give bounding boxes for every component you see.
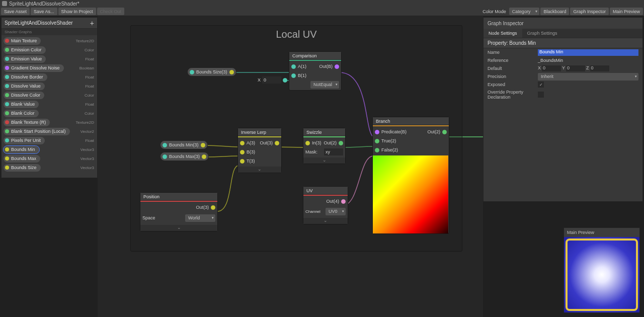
toolbar: Save Asset Save As... Show In Project Ch…: [0, 7, 644, 16]
property-item[interactable]: Bounds MinVector3: [3, 145, 96, 154]
collapse-toggle[interactable]: ⌄: [140, 225, 217, 231]
chip-bounds-min[interactable]: Bounds Min(3): [160, 140, 208, 149]
port-in[interactable]: [163, 154, 167, 159]
node-title: Inverse Lerp: [238, 128, 281, 136]
node-title: Comparison: [289, 52, 341, 60]
save-asset-button[interactable]: Save Asset: [1, 8, 30, 15]
comparison-mode-dropdown[interactable]: NotEqual: [310, 81, 339, 89]
title-bar: SpriteLightAndDissolveShader*: [0, 0, 644, 7]
main-preview-title: Main Preview: [564, 228, 639, 237]
blackboard-panel: SpriteLightAndDissolveShader + Shader Gr…: [1, 17, 98, 178]
inspector-title: Graph Inspector: [484, 18, 642, 29]
property-item[interactable]: Emission ValueFloat: [3, 54, 96, 63]
port-out[interactable]: [229, 70, 234, 74]
blackboard-subtitle: Shader Graphs: [2, 29, 97, 35]
check-out-button: Check Out: [97, 8, 125, 15]
property-item[interactable]: Gradient Dissolve NoiseBoolean: [3, 63, 96, 72]
port-a[interactable]: [291, 64, 296, 69]
node-title: Position: [140, 193, 217, 201]
port-out[interactable]: [335, 64, 339, 69]
port-b[interactable]: [291, 73, 296, 78]
node-title: Swizzle: [303, 128, 345, 136]
blackboard-title: SpriteLightAndDissolveShader: [5, 20, 90, 26]
channel-dropdown[interactable]: UV0: [326, 208, 346, 215]
inspector-section: Property: Bounds Min: [484, 38, 642, 48]
property-item[interactable]: Dissolve ColorColor: [3, 91, 96, 100]
property-item[interactable]: Bounds MaxVector3: [3, 154, 96, 163]
node-swizzle[interactable]: Swizzle In(3)Out(2) Mask:xy ⌄: [303, 128, 346, 164]
group-title: Local UV: [131, 26, 462, 43]
main-preview-toggle[interactable]: Main Preview: [610, 8, 643, 15]
property-item[interactable]: Blank Texture (R)Texture2D: [3, 118, 96, 127]
tab-node-settings[interactable]: Node Settings: [484, 29, 522, 38]
property-item[interactable]: Blank ValueFloat: [3, 100, 96, 109]
override-checkbox[interactable]: [538, 92, 544, 98]
port-out[interactable]: [201, 143, 205, 147]
graph-inspector-panel: Graph Inspector Node Settings Graph Sett…: [483, 17, 643, 202]
node-inverse-lerp[interactable]: Inverse Lerp A(3)Out(3) B(3) T(3) ⌄: [237, 128, 282, 173]
reference-value: _BoundsMin: [538, 58, 638, 63]
collapse-toggle[interactable]: ⌄: [303, 218, 348, 224]
tab-graph-settings[interactable]: Graph Settings: [522, 29, 562, 38]
default-vector3[interactable]: X0 Y0 Z0: [538, 65, 638, 71]
node-title: Branch: [373, 117, 449, 125]
chip-bounds-max[interactable]: Bounds Max(3): [160, 152, 209, 161]
add-property-button[interactable]: +: [90, 19, 94, 27]
property-item[interactable]: Dissolve ValueFloat: [3, 82, 96, 91]
precision-dropdown[interactable]: Inherit: [538, 73, 638, 81]
main-preview-image: [564, 237, 639, 312]
property-item[interactable]: Bounds SizeVector3: [3, 163, 96, 172]
property-item[interactable]: Emission ColorColor: [3, 45, 96, 54]
property-item[interactable]: Blank Start Position (Local)Vector2: [3, 127, 96, 136]
exposed-checkbox[interactable]: ✓: [538, 82, 544, 88]
blackboard-toggle[interactable]: Blackboard: [540, 8, 569, 15]
unity-icon: [2, 1, 7, 6]
color-mode-dropdown[interactable]: Category: [509, 8, 540, 15]
node-title: UV: [303, 187, 348, 195]
collapse-toggle[interactable]: ⌄: [238, 167, 281, 173]
node-branch[interactable]: Branch Predicate(B)Out(2) True(2) False(…: [372, 117, 449, 234]
doc-title: SpriteLightAndDissolveShader*: [9, 1, 79, 7]
property-list[interactable]: Main TextureTexture2DEmission ColorColor…: [2, 35, 97, 178]
space-dropdown[interactable]: World: [185, 214, 215, 222]
main-preview-panel[interactable]: Main Preview: [564, 227, 640, 313]
property-item[interactable]: Blank ColorColor: [3, 109, 96, 118]
property-item[interactable]: Pixels Per UnitFloat: [3, 136, 96, 145]
graph-inspector-toggle[interactable]: Graph Inspector: [570, 8, 609, 15]
node-position[interactable]: Position Out(3) SpaceWorld ⌄: [140, 192, 218, 231]
property-item[interactable]: Dissolve BorderFloat: [3, 72, 96, 82]
port-in[interactable]: [163, 143, 167, 147]
name-field[interactable]: Bounds Min: [538, 49, 638, 56]
node-comparison[interactable]: Comparison A(1) Out(B) B(1) NotEqual: [289, 51, 342, 91]
port-in[interactable]: [190, 70, 194, 74]
color-mode-label: Color Mode: [480, 9, 508, 14]
collapse-toggle[interactable]: ⌄: [303, 157, 345, 164]
show-in-project-button[interactable]: Show In Project: [58, 8, 96, 15]
port-out[interactable]: [202, 154, 206, 159]
node-preview: [373, 155, 448, 233]
comparison-x-field[interactable]: X 0: [258, 76, 287, 84]
node-uv[interactable]: UV Out(4) ChannelUV0 ⌄: [303, 186, 348, 224]
property-item[interactable]: Main TextureTexture2D: [3, 36, 96, 45]
save-as-button[interactable]: Save As...: [31, 8, 57, 15]
chip-bounds-size[interactable]: Bounds Size(3): [187, 67, 236, 76]
graph-canvas[interactable]: Local UV Bounds Size(3) Bounds Min(3) Bo…: [98, 16, 483, 317]
mask-field[interactable]: xy: [324, 148, 343, 155]
